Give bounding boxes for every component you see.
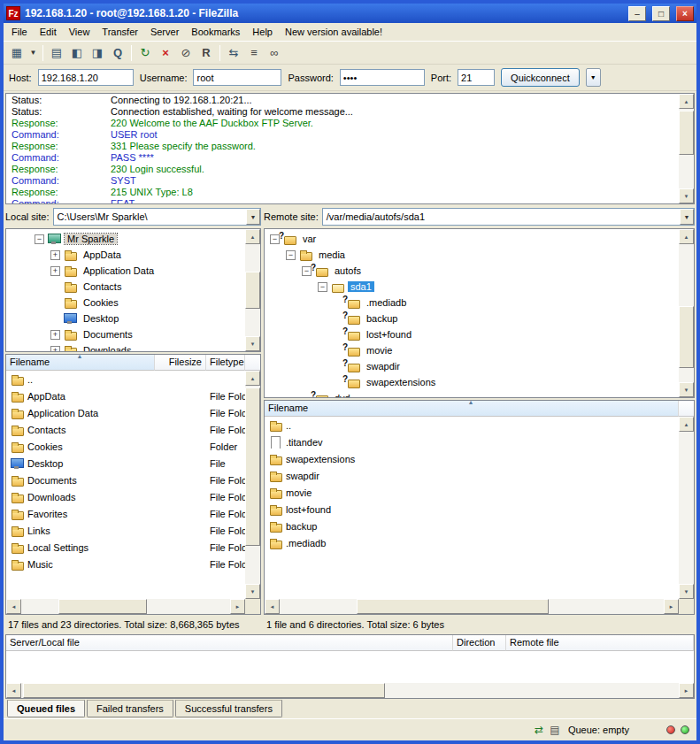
local-tree-item[interactable]: + AppData (6, 247, 245, 263)
local-file-row[interactable]: Downloads File Folder (6, 488, 245, 505)
column-header-filesize[interactable]: Filesize (155, 355, 206, 371)
local-tree-item[interactable]: + Application Data (6, 263, 245, 279)
remote-tree-item[interactable]: movie (265, 342, 679, 358)
local-file-row[interactable]: Desktop File (6, 455, 245, 472)
tab-queued-files[interactable]: Queued files (7, 700, 85, 717)
remote-file-row[interactable]: backup (265, 518, 679, 534)
scrollbar-thumb[interactable] (58, 599, 146, 614)
scroll-down-icon[interactable]: ▼ (245, 584, 260, 599)
queue-indicator-icon[interactable]: ▤ (547, 723, 563, 737)
menu-help[interactable]: Help (246, 24, 279, 40)
scrollbar-thumb[interactable] (679, 306, 694, 368)
local-tree-scrollbar[interactable]: ▲ ▼ (245, 229, 260, 351)
local-site-combobox[interactable]: C:\Users\Mr Sparkle\ ▼ (53, 208, 261, 226)
column-header-filename[interactable]: ▲ Filename (265, 401, 679, 417)
queue-column-local-file[interactable]: Server/Local file (6, 635, 453, 651)
tree-expander-icon[interactable]: + (50, 346, 60, 352)
remote-file-row[interactable]: swapdir (265, 467, 679, 484)
queue-column-direction[interactable]: Direction (453, 635, 506, 651)
queue-hscrollbar[interactable]: ◄ ► (6, 683, 694, 698)
host-input[interactable] (38, 69, 134, 86)
tree-expander-icon[interactable]: − (35, 234, 44, 244)
local-file-row[interactable]: Music File Folder (6, 556, 245, 572)
local-file-row[interactable]: Cookies Folder (6, 438, 245, 455)
queue-column-remote-file[interactable]: Remote file (506, 635, 694, 651)
local-file-row[interactable]: Favorites File Folder (6, 505, 245, 522)
menu-edit[interactable]: Edit (34, 24, 63, 40)
title-bar[interactable]: Fz 192.168.1.20 - root@192.168.1.20 - Fi… (4, 4, 696, 23)
local-tree-item[interactable]: + Documents (6, 326, 245, 342)
maximize-button[interactable]: □ (652, 6, 670, 21)
local-file-row[interactable]: Contacts File Folder (6, 421, 245, 438)
remote-file-row[interactable]: .mediadb (265, 534, 679, 551)
reconnect-icon[interactable]: R (196, 43, 216, 63)
scroll-up-icon[interactable]: ▲ (679, 229, 694, 244)
combo-dropdown-icon[interactable]: ▼ (680, 209, 694, 225)
scroll-right-icon[interactable]: ► (679, 683, 694, 698)
scroll-up-icon[interactable]: ▲ (679, 417, 694, 432)
site-manager-icon[interactable]: ▦ (7, 43, 27, 63)
scroll-up-icon[interactable]: ▲ (245, 371, 260, 386)
scroll-left-icon[interactable]: ◄ (6, 599, 21, 614)
scroll-up-icon[interactable]: ▲ (245, 229, 260, 244)
local-file-row[interactable]: Links File Folder (6, 522, 245, 539)
local-file-row[interactable]: Application Data File Folder (6, 404, 245, 421)
refresh-icon[interactable]: ↻ (135, 43, 155, 63)
scroll-down-icon[interactable]: ▼ (679, 188, 694, 203)
local-list-hscrollbar[interactable]: ◄ ► (6, 599, 245, 614)
log-scrollbar[interactable]: ▲ ▼ (679, 94, 694, 203)
tree-expander-icon[interactable]: − (286, 250, 296, 260)
menu-file[interactable]: File (5, 24, 34, 40)
remote-tree-item[interactable]: − autofs (265, 263, 679, 279)
toggle-log-icon[interactable]: ▤ (47, 43, 66, 63)
local-tree-item[interactable]: Desktop (6, 311, 245, 326)
local-tree-item[interactable]: − Mr Sparkle (6, 231, 245, 247)
remote-file-row[interactable]: .. (265, 417, 679, 433)
remote-tree-item[interactable]: − sda1 (265, 279, 679, 295)
combo-dropdown-icon[interactable]: ▼ (246, 209, 260, 225)
scroll-right-icon[interactable]: ► (230, 599, 245, 614)
menu-bookmarks[interactable]: Bookmarks (185, 24, 246, 40)
scrollbar-thumb[interactable] (245, 387, 260, 546)
menu-new-version[interactable]: New version available! (279, 24, 388, 40)
local-list-scrollbar[interactable]: ▲ ▼ (245, 371, 260, 599)
menu-view[interactable]: View (63, 24, 96, 40)
scroll-down-icon[interactable]: ▼ (245, 336, 260, 351)
close-button[interactable]: × (676, 6, 694, 21)
toggle-queue-icon[interactable]: Q (108, 43, 127, 63)
tab-successful-transfers[interactable]: Successful transfers (175, 700, 282, 717)
local-file-row[interactable]: Local Settings File Folder (6, 539, 245, 556)
local-tree-item[interactable]: Cookies (6, 295, 245, 311)
local-file-row[interactable]: AppData File Folder (6, 387, 245, 404)
remote-tree-item[interactable]: lost+found (265, 326, 679, 342)
remote-file-row[interactable]: .titandev (265, 433, 679, 450)
scroll-left-icon[interactable]: ◄ (6, 683, 21, 698)
remote-list-hscrollbar[interactable]: ◄ ► (265, 599, 679, 614)
local-tree-item[interactable]: + Downloads (6, 342, 245, 351)
column-header-filetype[interactable]: Filetype (206, 355, 245, 371)
find-files-icon[interactable]: ∞ (265, 43, 284, 63)
scroll-down-icon[interactable]: ▼ (679, 584, 694, 599)
remote-site-combobox[interactable]: /var/media/autofs/sda1 ▼ (322, 208, 695, 226)
scrollbar-thumb[interactable] (23, 683, 385, 698)
username-input[interactable] (193, 69, 281, 86)
remote-file-row[interactable]: swapextensions (265, 450, 679, 467)
port-input[interactable] (458, 69, 495, 86)
directory-comparison-icon[interactable]: ⇆ (224, 43, 243, 63)
menu-transfer[interactable]: Transfer (96, 24, 144, 40)
remote-tree-item[interactable]: .mediadb (265, 295, 679, 311)
minimize-button[interactable]: – (628, 6, 646, 21)
disconnect-icon[interactable]: ⊘ (176, 43, 196, 63)
toggle-local-tree-icon[interactable]: ◧ (67, 43, 87, 63)
tree-expander-icon[interactable]: + (50, 330, 60, 340)
scroll-down-icon[interactable]: ▼ (679, 382, 694, 397)
remote-list-scrollbar[interactable]: ▲ ▼ (679, 417, 694, 599)
menu-server[interactable]: Server (144, 24, 185, 40)
local-file-row[interactable]: Documents File Folder (6, 472, 245, 488)
column-header-filename[interactable]: ▲ Filename (6, 355, 155, 371)
scrollbar-thumb[interactable] (357, 599, 549, 614)
quickconnect-dropdown-icon[interactable]: ▼ (586, 68, 601, 87)
quickconnect-button[interactable]: Quickconnect (501, 68, 580, 87)
site-manager-dropdown-icon[interactable]: ▼ (27, 43, 39, 63)
toggle-remote-tree-icon[interactable]: ◨ (88, 43, 107, 63)
